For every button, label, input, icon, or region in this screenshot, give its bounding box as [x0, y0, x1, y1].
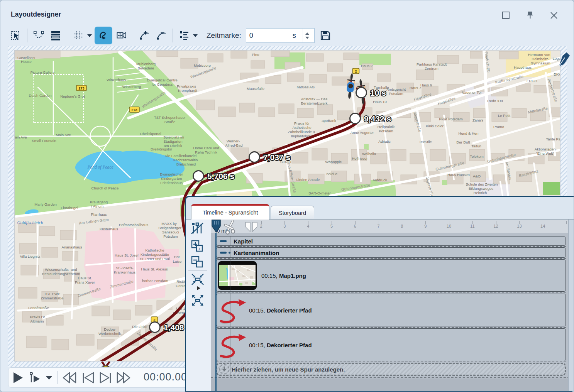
pin-button[interactable]: [525, 10, 535, 20]
playhead-line[interactable]: [215, 233, 217, 392]
timeline-scrollbar[interactable]: [568, 220, 574, 391]
ruler-tick-label: 10: [447, 224, 451, 228]
fast-forward-button[interactable]: [115, 372, 132, 384]
track-list-icon: [51, 30, 61, 41]
svg-text:Evangelical Centre: Evangelical Centre: [147, 78, 178, 82]
clip-name: Dekorierter Pfad: [267, 307, 312, 313]
skip-end-button[interactable]: [98, 372, 113, 384]
svg-text:Franz Xaver: Franz Xaver: [75, 280, 95, 284]
track-area-footer: [211, 378, 569, 391]
ruler-tick-label: 13: [517, 224, 522, 228]
svg-text:Tante Pau: Tante Pau: [546, 137, 560, 141]
node-remove-tool-button[interactable]: [154, 27, 169, 44]
svg-text:House: House: [21, 59, 31, 64]
new-track-dropzone[interactable]: Hierher ziehen, um neue Spur anzulegen.: [216, 363, 566, 376]
svg-text:Reha Technik: Reha Technik: [195, 150, 217, 154]
svg-text:Potsdam: Potsdam: [389, 91, 403, 96]
track-divider: [216, 327, 566, 328]
svg-text:Potsdam: Potsdam: [379, 129, 393, 133]
grid-tool-button[interactable]: [71, 27, 86, 44]
grid-dropdown-arrow[interactable]: [87, 34, 92, 37]
play-button[interactable]: [12, 372, 24, 384]
select-icon: [11, 30, 21, 41]
select-tool-button[interactable]: [8, 27, 24, 44]
svg-text:MAXX by: MAXX by: [161, 221, 177, 226]
svg-text:Evangelischer: Evangelischer: [160, 172, 183, 176]
thumbnail-minimap: [219, 265, 256, 286]
drop-here-icon: [219, 364, 229, 374]
svg-text:Whooppie: Whooppie: [325, 160, 342, 164]
svg-text:2: 2: [153, 318, 155, 322]
close-button[interactable]: [549, 10, 559, 20]
svg-text:2: 2: [355, 69, 357, 73]
svg-text:DKV: DKV: [554, 72, 560, 76]
svg-text:Wissenschafts- und: Wissenschafts- und: [45, 267, 77, 272]
split-tool-icon[interactable]: [245, 222, 259, 233]
svg-text:St.-Josefs-: St.-Josefs-: [116, 266, 133, 270]
svg-text:Goldfischteich: Goldfischteich: [17, 220, 43, 225]
expand-tracks-button[interactable]: [191, 294, 206, 308]
svg-text:TST EWP: TST EWP: [44, 292, 60, 296]
track-group-kartenanimation[interactable]: Kartenanimation: [216, 247, 566, 258]
svg-text:Parkhaus Karstadt: Parkhaus Karstadt: [417, 62, 447, 66]
collapse-minus-icon[interactable]: [220, 240, 227, 242]
add-track-button[interactable]: ♪: [191, 240, 206, 253]
ruler-tick: [379, 221, 379, 224]
svg-text:Zana's: Zana's: [472, 118, 483, 122]
play-options-dropdown[interactable]: [46, 375, 52, 380]
ruler-tick-label: 11: [470, 224, 474, 228]
one-second-gridline: [230, 236, 231, 377]
clip-dekorierter-pfad-1[interactable]: 00:15, Dekorierter Pfad: [216, 294, 566, 326]
svg-text:Winzerberg: Winzerberg: [122, 84, 141, 89]
collapse-minus-icon[interactable]: [220, 252, 227, 253]
zeitmarke-spinner[interactable]: [303, 29, 312, 42]
outline-list-tool-button[interactable]: [176, 27, 192, 44]
svg-text:273: 273: [131, 108, 137, 112]
skip-start-button[interactable]: [81, 372, 96, 384]
remove-track-button[interactable]: [191, 255, 206, 269]
clip-dekorierter-pfad-2[interactable]: 00:15, Dekorierter Pfad: [216, 328, 566, 361]
svg-text:7,037 s: 7,037 s: [263, 153, 290, 162]
svg-text:Pino: Pino: [252, 52, 259, 57]
collapse-options-arrow[interactable]: [197, 286, 201, 291]
route-start-marker: [95, 362, 117, 367]
clip-map1[interactable]: 00:15, Map1.png: [216, 259, 566, 292]
playbar-separator: [58, 371, 58, 384]
svg-text:A&O: A&O: [473, 174, 481, 178]
curve-nodes-tool-button[interactable]: [31, 27, 46, 44]
cut-tool-icon[interactable]: [223, 220, 239, 235]
node-add-tool-button[interactable]: [137, 27, 152, 44]
timeline-ruler[interactable]: 234567891011121314: [211, 220, 569, 233]
maximize-button[interactable]: [501, 10, 511, 20]
svg-text:Beraternetzwerk: Beraternetzwerk: [301, 101, 327, 105]
tab-storyboard[interactable]: Storyboard: [271, 206, 314, 220]
svg-text:Walhalla: Walhalla: [362, 152, 376, 156]
save-button[interactable]: [318, 27, 333, 44]
play-from-marker-button[interactable]: [29, 372, 42, 384]
svg-text:Float Potsdam: Float Potsdam: [439, 117, 462, 121]
track-group-kapitel[interactable]: Kapitel: [216, 236, 566, 246]
spinner-down-icon[interactable]: [305, 37, 309, 39]
track-list-tool-button[interactable]: [48, 27, 63, 44]
outline-dropdown-arrow[interactable]: [193, 34, 198, 37]
path-draw-tool-button[interactable]: [95, 27, 112, 44]
ruler-tick: [284, 221, 285, 224]
rewind-button[interactable]: [61, 372, 78, 384]
spinner-up-icon[interactable]: [305, 32, 309, 35]
zeitmarke-input[interactable]: [246, 31, 293, 40]
svg-text:BAR-O-meter: BAR-O-meter: [308, 191, 331, 195]
main-toolbar: Zeitmarke: s: [7, 26, 334, 45]
tab-timeline-spuransicht[interactable]: Timeline - Spuransicht: [191, 204, 269, 220]
ruler-tick-label: 14: [540, 224, 545, 228]
clip-name: Map1.png: [279, 272, 306, 279]
svg-text:Helmholtz-: Helmholtz-: [532, 57, 549, 61]
playhead-handle[interactable]: [212, 220, 221, 233]
toggle-track-display-button[interactable]: [191, 222, 206, 235]
svg-text:Steigenberger: Steigenberger: [158, 226, 181, 230]
svg-text:Church of Peace: Church of Peace: [91, 186, 119, 190]
camera-pan-tool-button[interactable]: [114, 27, 129, 44]
svg-text:Mühlenberg: Mühlenberg: [136, 62, 156, 66]
svg-text:TST Schopenhauer: TST Schopenhauer: [154, 115, 186, 120]
svg-text:ain Ave: ain Ave: [15, 135, 27, 139]
collapse-tracks-button[interactable]: [191, 273, 206, 286]
